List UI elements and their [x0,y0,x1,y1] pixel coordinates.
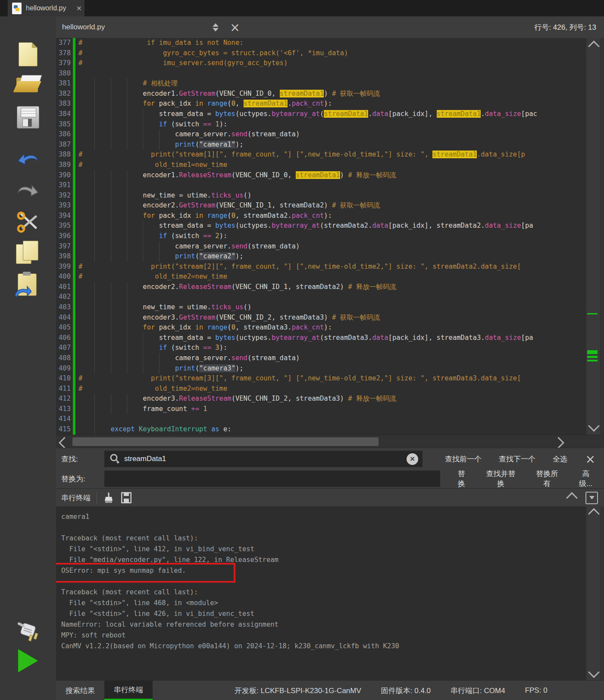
indent-guide [111,302,111,313]
editor-vertical-scrollbar[interactable] [586,38,600,435]
find-and-replace-button[interactable]: 查找并替换 [481,468,520,489]
copy-button[interactable] [0,241,56,265]
python-file-icon [12,3,22,14]
indent-guide [159,242,160,252]
code-line: 377# if imu_data is not None: [56,38,586,48]
run-button[interactable] [0,649,56,672]
indent-guide [94,282,95,292]
scroll-right-icon[interactable] [553,437,564,449]
save-icon [17,106,39,129]
find-input[interactable]: streamData1 × [104,451,422,467]
line-number: 403 [56,302,73,313]
tab-search-results[interactable]: 搜索结果 [56,681,104,700]
code-line: 383 for pack_idx in range(0, streamData1… [56,99,586,109]
code-line: 407 if (switch == 3): [56,343,586,353]
code-line-text: stream_data = bytes(uctypes.bytearray_at… [75,221,586,231]
scroll-up-icon[interactable] [588,508,600,520]
tab-close-icon[interactable]: × [76,4,81,13]
code-line: 402 [56,292,586,302]
code-line-text [75,69,586,79]
code-line-text: new_time = utime.ticks_us() [75,302,586,313]
document-tab[interactable]: helloworld.py × [8,0,84,16]
code-line: 397 camera_server.send(stream_data) [56,242,586,252]
collapse-terminal-icon[interactable] [566,492,578,504]
line-number: 400 [56,272,73,282]
file-selector-sort-icon[interactable] [213,23,219,31]
code-line-text [75,180,586,191]
code-line: 386 camera_server.send(stream_data) [56,129,586,140]
indent-guide [111,282,111,292]
paste-button[interactable] [0,273,56,297]
indent-guide [94,333,95,343]
indent-guide [127,242,127,252]
code-line: 395 stream_data = bytes(uctypes.bytearra… [56,221,586,231]
find-previous-button[interactable]: 查找前一个 [442,454,484,465]
terminal-output[interactable]: camera1Traceback (most recent call last)… [56,506,586,680]
clear-terminal-icon[interactable] [103,492,114,504]
editor-close-icon[interactable]: × [230,20,240,35]
indent-guide [94,404,95,414]
replace-all-button[interactable]: 替换所有 [531,468,563,489]
cursor-position: 行号: 426, 列号: 13 [534,22,596,32]
code-line: 379# imu_server.send(gyro_acc_bytes) [56,58,586,69]
code-editor[interactable]: 377# if imu_data is not None:378# gyro_a… [56,38,586,435]
line-number: 389 [56,160,73,170]
autoscroll-toggle[interactable] [585,492,598,504]
replace-input[interactable] [104,471,440,487]
line-number: 392 [56,191,73,201]
editor-horizontal-scrollbar[interactable] [56,435,604,448]
undo-icon [16,148,41,167]
findbar-close-icon[interactable]: × [585,452,595,466]
indent-guide [111,251,111,262]
indent-guide [94,364,95,374]
redo-button[interactable] [0,179,56,198]
indent-guide [111,292,111,302]
indent-guide [111,201,111,211]
code-line-text: # gyro_acc_bytes = struct.pack('<6f', *i… [75,48,586,59]
file-selector[interactable]: helloworld.py [62,23,105,31]
scroll-up-icon[interactable] [588,41,600,52]
indent-guide [94,394,95,404]
code-line-text: # imu_server.send(gyro_acc_bytes) [75,58,586,69]
scroll-down-icon[interactable] [588,666,600,678]
cut-button[interactable] [0,210,56,233]
terminal-vertical-scrollbar[interactable] [586,506,600,680]
scroll-left-icon[interactable] [59,437,70,449]
advanced-button[interactable]: 高级... [573,468,598,489]
indent-guide [127,109,127,119]
indent-guide [111,343,111,353]
new-file-button[interactable] [0,42,56,66]
indent-guide [94,323,95,333]
replace-button[interactable]: 替换 [452,468,471,489]
tab-serial-terminal[interactable]: 串行终端 [104,681,153,700]
indent-guide [127,313,127,323]
indent-guide [111,170,111,181]
undo-button[interactable] [0,148,56,167]
indent-guide [94,180,95,191]
save-log-icon[interactable] [121,492,131,503]
terminal-line: File "<stdin>", line 468, in <module> [56,598,586,609]
horizontal-scrollbar-thumb[interactable] [72,437,379,446]
indent-guide [111,119,111,130]
clear-search-button[interactable]: × [407,453,418,465]
indent-guide [111,140,111,150]
code-line-text: encoder3.ReleaseStream(VENC_CHN_ID_2, st… [75,394,586,404]
indent-guide [143,129,143,140]
save-file-button[interactable] [0,106,56,129]
terminal-line: CanMV v1.2.2(based on Micropython e00a14… [56,641,586,652]
line-number: 405 [56,323,73,333]
indent-guide [143,119,143,130]
document-tab-label: helloworld.py [26,4,66,12]
find-next-button[interactable]: 查找下一个 [496,454,538,465]
indent-guide [94,201,95,211]
code-line-text: # old_time1=new_time [75,160,586,170]
code-line-text: for pack_idx in range(0, streamData2.pac… [75,211,586,221]
open-file-button[interactable] [0,73,56,93]
scroll-down-icon[interactable] [588,420,600,432]
select-all-button[interactable]: 全选 [550,454,570,465]
code-line-text: # print("stream[3][", frame_count, "] ["… [75,374,586,384]
indent-guide [94,313,95,323]
code-line: 404 encoder3.GetStream(VENC_CHN_ID_2, st… [56,313,586,323]
connect-button[interactable] [0,619,56,643]
line-number: 379 [56,58,73,69]
